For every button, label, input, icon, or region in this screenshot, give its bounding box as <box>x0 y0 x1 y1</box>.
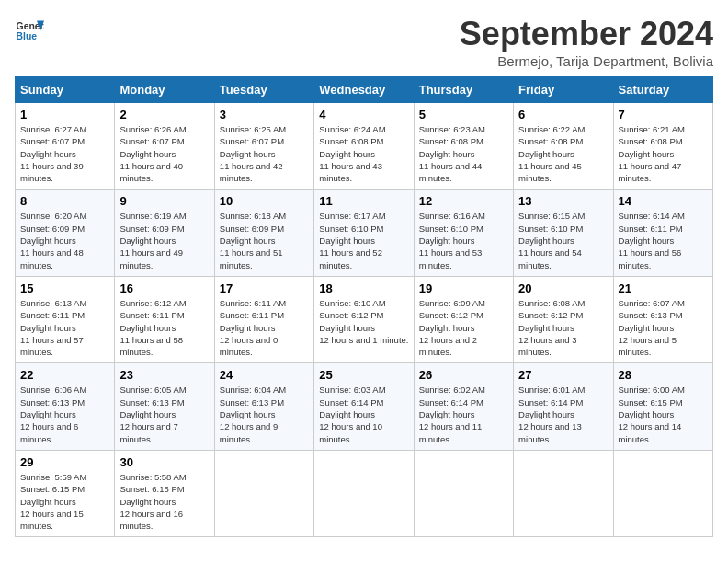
table-row <box>314 450 414 536</box>
day-detail: Sunrise: 6:10 AM Sunset: 6:12 PM Dayligh… <box>319 297 408 346</box>
table-row: 23 Sunrise: 6:05 AM Sunset: 6:13 PM Dayl… <box>115 363 214 450</box>
svg-text:Blue: Blue <box>17 31 38 41</box>
day-number: 22 <box>20 368 109 382</box>
table-row: 13 Sunrise: 6:15 AM Sunset: 6:10 PM Dayl… <box>514 190 613 276</box>
table-row: 2 Sunrise: 6:26 AM Sunset: 6:07 PM Dayli… <box>115 103 214 190</box>
day-detail: Sunrise: 6:08 AM Sunset: 6:12 PM Dayligh… <box>518 297 608 358</box>
day-detail: Sunrise: 6:04 AM Sunset: 6:13 PM Dayligh… <box>220 384 309 444</box>
day-number: 25 <box>319 368 408 382</box>
day-number: 4 <box>319 108 408 121</box>
day-number: 20 <box>518 282 608 295</box>
day-number: 14 <box>619 194 708 208</box>
day-detail: Sunrise: 6:21 AM Sunset: 6:08 PM Dayligh… <box>619 123 708 184</box>
day-detail: Sunrise: 6:02 AM Sunset: 6:14 PM Dayligh… <box>419 384 508 444</box>
header-wednesday: Wednesday <box>314 77 414 103</box>
header-friday: Friday <box>514 77 613 103</box>
day-detail: Sunrise: 6:24 AM Sunset: 6:08 PM Dayligh… <box>319 123 408 184</box>
calendar-title: September 2024 <box>460 15 713 53</box>
table-row: 30 Sunrise: 5:58 AM Sunset: 6:15 PM Dayl… <box>115 450 214 536</box>
day-detail: Sunrise: 6:23 AM Sunset: 6:08 PM Dayligh… <box>419 123 508 184</box>
table-row: 5 Sunrise: 6:23 AM Sunset: 6:08 PM Dayli… <box>414 103 513 190</box>
table-row: 1 Sunrise: 6:27 AM Sunset: 6:07 PM Dayli… <box>16 103 115 190</box>
table-row <box>514 450 613 536</box>
day-number: 27 <box>518 368 608 382</box>
table-row: 12 Sunrise: 6:16 AM Sunset: 6:10 PM Dayl… <box>414 190 513 276</box>
table-row: 16 Sunrise: 6:12 AM Sunset: 6:11 PM Dayl… <box>115 276 214 362</box>
table-row: 24 Sunrise: 6:04 AM Sunset: 6:13 PM Dayl… <box>214 363 313 450</box>
day-detail: Sunrise: 6:17 AM Sunset: 6:10 PM Dayligh… <box>319 210 408 270</box>
calendar-week-row: 22 Sunrise: 6:06 AM Sunset: 6:13 PM Dayl… <box>16 363 713 450</box>
table-row: 29 Sunrise: 5:59 AM Sunset: 6:15 PM Dayl… <box>16 450 115 536</box>
day-detail: Sunrise: 6:14 AM Sunset: 6:11 PM Dayligh… <box>619 210 708 270</box>
table-row: 11 Sunrise: 6:17 AM Sunset: 6:10 PM Dayl… <box>314 190 414 276</box>
table-row <box>214 450 313 536</box>
calendar-table: Sunday Monday Tuesday Wednesday Thursday… <box>15 76 713 537</box>
table-row: 18 Sunrise: 6:10 AM Sunset: 6:12 PM Dayl… <box>314 276 414 362</box>
day-number: 21 <box>619 282 708 295</box>
header-thursday: Thursday <box>414 77 513 103</box>
table-row <box>414 450 513 536</box>
day-detail: Sunrise: 6:06 AM Sunset: 6:13 PM Dayligh… <box>20 384 109 444</box>
day-detail: Sunrise: 6:25 AM Sunset: 6:07 PM Dayligh… <box>220 123 309 184</box>
day-detail: Sunrise: 5:59 AM Sunset: 6:15 PM Dayligh… <box>20 471 109 532</box>
header-tuesday: Tuesday <box>214 77 313 103</box>
calendar-week-row: 15 Sunrise: 6:13 AM Sunset: 6:11 PM Dayl… <box>16 276 713 362</box>
day-number: 19 <box>419 282 508 295</box>
day-detail: Sunrise: 6:16 AM Sunset: 6:10 PM Dayligh… <box>419 210 508 270</box>
day-number: 30 <box>119 455 209 469</box>
calendar-header-row: Sunday Monday Tuesday Wednesday Thursday… <box>16 77 713 103</box>
logo: General Blue <box>15 15 44 44</box>
table-row <box>613 450 712 536</box>
table-row: 6 Sunrise: 6:22 AM Sunset: 6:08 PM Dayli… <box>514 103 613 190</box>
header-saturday: Saturday <box>613 77 712 103</box>
day-number: 12 <box>419 194 508 208</box>
day-number: 9 <box>119 194 209 208</box>
calendar-week-row: 29 Sunrise: 5:59 AM Sunset: 6:15 PM Dayl… <box>16 450 713 536</box>
day-number: 28 <box>619 368 708 382</box>
table-row: 9 Sunrise: 6:19 AM Sunset: 6:09 PM Dayli… <box>115 190 214 276</box>
day-detail: Sunrise: 6:12 AM Sunset: 6:11 PM Dayligh… <box>119 297 209 358</box>
table-row: 10 Sunrise: 6:18 AM Sunset: 6:09 PM Dayl… <box>214 190 313 276</box>
day-number: 17 <box>220 282 309 295</box>
day-number: 3 <box>220 108 309 121</box>
day-detail: Sunrise: 6:20 AM Sunset: 6:09 PM Dayligh… <box>20 210 109 270</box>
day-detail: Sunrise: 6:00 AM Sunset: 6:15 PM Dayligh… <box>619 384 708 444</box>
day-number: 18 <box>319 282 408 295</box>
day-detail: Sunrise: 6:22 AM Sunset: 6:08 PM Dayligh… <box>518 123 608 184</box>
day-detail: Sunrise: 6:01 AM Sunset: 6:14 PM Dayligh… <box>518 384 608 444</box>
day-detail: Sunrise: 6:11 AM Sunset: 6:11 PM Dayligh… <box>220 297 309 358</box>
table-row: 21 Sunrise: 6:07 AM Sunset: 6:13 PM Dayl… <box>613 276 712 362</box>
day-detail: Sunrise: 6:19 AM Sunset: 6:09 PM Dayligh… <box>119 210 209 270</box>
table-row: 27 Sunrise: 6:01 AM Sunset: 6:14 PM Dayl… <box>514 363 613 450</box>
table-row: 7 Sunrise: 6:21 AM Sunset: 6:08 PM Dayli… <box>613 103 712 190</box>
title-block: September 2024 Bermejo, Tarija Departmen… <box>460 15 713 69</box>
day-detail: Sunrise: 6:27 AM Sunset: 6:07 PM Dayligh… <box>20 123 109 184</box>
day-number: 8 <box>20 194 109 208</box>
table-row: 20 Sunrise: 6:08 AM Sunset: 6:12 PM Dayl… <box>514 276 613 362</box>
table-row: 17 Sunrise: 6:11 AM Sunset: 6:11 PM Dayl… <box>214 276 313 362</box>
day-number: 1 <box>20 108 109 121</box>
day-number: 23 <box>119 368 209 382</box>
day-detail: Sunrise: 6:18 AM Sunset: 6:09 PM Dayligh… <box>220 210 309 270</box>
day-detail: Sunrise: 5:58 AM Sunset: 6:15 PM Dayligh… <box>119 471 209 532</box>
day-detail: Sunrise: 6:05 AM Sunset: 6:13 PM Dayligh… <box>119 384 209 444</box>
day-number: 15 <box>20 282 109 295</box>
day-detail: Sunrise: 6:26 AM Sunset: 6:07 PM Dayligh… <box>119 123 209 184</box>
header-sunday: Sunday <box>16 77 115 103</box>
day-number: 2 <box>119 108 209 121</box>
table-row: 3 Sunrise: 6:25 AM Sunset: 6:07 PM Dayli… <box>214 103 313 190</box>
logo-icon: General Blue <box>15 15 44 44</box>
page-header: General Blue September 2024 Bermejo, Tar… <box>15 15 713 69</box>
day-number: 5 <box>419 108 508 121</box>
table-row: 19 Sunrise: 6:09 AM Sunset: 6:12 PM Dayl… <box>414 276 513 362</box>
day-number: 7 <box>619 108 708 121</box>
day-detail: Sunrise: 6:09 AM Sunset: 6:12 PM Dayligh… <box>419 297 508 358</box>
day-number: 13 <box>518 194 608 208</box>
day-number: 26 <box>419 368 508 382</box>
table-row: 8 Sunrise: 6:20 AM Sunset: 6:09 PM Dayli… <box>16 190 115 276</box>
calendar-week-row: 8 Sunrise: 6:20 AM Sunset: 6:09 PM Dayli… <box>16 190 713 276</box>
table-row: 26 Sunrise: 6:02 AM Sunset: 6:14 PM Dayl… <box>414 363 513 450</box>
calendar-week-row: 1 Sunrise: 6:27 AM Sunset: 6:07 PM Dayli… <box>16 103 713 190</box>
day-number: 16 <box>119 282 209 295</box>
table-row: 14 Sunrise: 6:14 AM Sunset: 6:11 PM Dayl… <box>613 190 712 276</box>
